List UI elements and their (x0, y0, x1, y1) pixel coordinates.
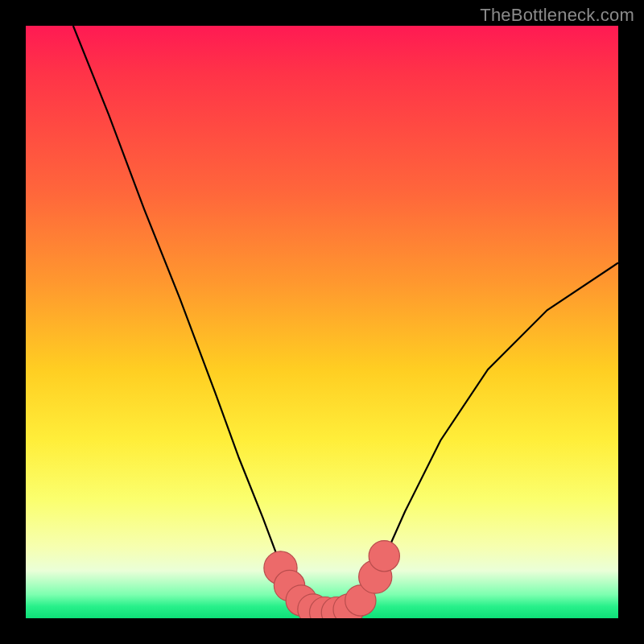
plot-area (26, 26, 618, 618)
watermark-text: TheBottleneck.com (480, 5, 634, 26)
highlight-marker (369, 541, 399, 572)
highlight-markers (264, 541, 400, 618)
chart-svg (26, 26, 618, 618)
chart-frame: TheBottleneck.com (0, 0, 644, 644)
series-left-arm (73, 26, 310, 613)
